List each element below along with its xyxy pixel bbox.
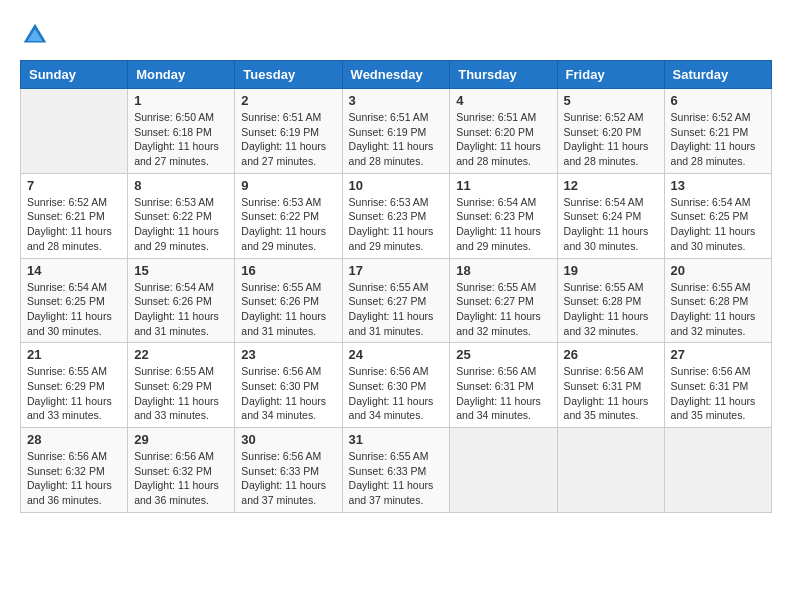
calendar-cell: 8Sunrise: 6:53 AMSunset: 6:22 PMDaylight…	[128, 173, 235, 258]
day-detail: Sunrise: 6:55 AMSunset: 6:29 PMDaylight:…	[27, 364, 121, 423]
day-number: 2	[241, 93, 335, 108]
day-detail: Sunrise: 6:55 AMSunset: 6:26 PMDaylight:…	[241, 280, 335, 339]
calendar-cell: 16Sunrise: 6:55 AMSunset: 6:26 PMDayligh…	[235, 258, 342, 343]
calendar-cell: 11Sunrise: 6:54 AMSunset: 6:23 PMDayligh…	[450, 173, 557, 258]
day-number: 13	[671, 178, 765, 193]
calendar-cell: 21Sunrise: 6:55 AMSunset: 6:29 PMDayligh…	[21, 343, 128, 428]
weekday-header-monday: Monday	[128, 61, 235, 89]
weekday-header-tuesday: Tuesday	[235, 61, 342, 89]
calendar-cell: 5Sunrise: 6:52 AMSunset: 6:20 PMDaylight…	[557, 89, 664, 174]
day-number: 5	[564, 93, 658, 108]
day-detail: Sunrise: 6:53 AMSunset: 6:22 PMDaylight:…	[134, 195, 228, 254]
calendar-row-1: 7Sunrise: 6:52 AMSunset: 6:21 PMDaylight…	[21, 173, 772, 258]
calendar-cell: 10Sunrise: 6:53 AMSunset: 6:23 PMDayligh…	[342, 173, 450, 258]
day-number: 16	[241, 263, 335, 278]
day-detail: Sunrise: 6:55 AMSunset: 6:27 PMDaylight:…	[349, 280, 444, 339]
day-number: 8	[134, 178, 228, 193]
day-number: 25	[456, 347, 550, 362]
day-detail: Sunrise: 6:52 AMSunset: 6:21 PMDaylight:…	[671, 110, 765, 169]
calendar-cell: 12Sunrise: 6:54 AMSunset: 6:24 PMDayligh…	[557, 173, 664, 258]
day-detail: Sunrise: 6:55 AMSunset: 6:28 PMDaylight:…	[671, 280, 765, 339]
calendar-table: SundayMondayTuesdayWednesdayThursdayFrid…	[20, 60, 772, 513]
weekday-header-row: SundayMondayTuesdayWednesdayThursdayFrid…	[21, 61, 772, 89]
calendar-cell: 28Sunrise: 6:56 AMSunset: 6:32 PMDayligh…	[21, 428, 128, 513]
day-detail: Sunrise: 6:55 AMSunset: 6:29 PMDaylight:…	[134, 364, 228, 423]
calendar-cell: 17Sunrise: 6:55 AMSunset: 6:27 PMDayligh…	[342, 258, 450, 343]
calendar-cell	[21, 89, 128, 174]
calendar-cell: 22Sunrise: 6:55 AMSunset: 6:29 PMDayligh…	[128, 343, 235, 428]
calendar-cell: 30Sunrise: 6:56 AMSunset: 6:33 PMDayligh…	[235, 428, 342, 513]
calendar-cell: 27Sunrise: 6:56 AMSunset: 6:31 PMDayligh…	[664, 343, 771, 428]
day-number: 21	[27, 347, 121, 362]
day-detail: Sunrise: 6:54 AMSunset: 6:25 PMDaylight:…	[27, 280, 121, 339]
weekday-header-saturday: Saturday	[664, 61, 771, 89]
day-detail: Sunrise: 6:56 AMSunset: 6:31 PMDaylight:…	[456, 364, 550, 423]
weekday-header-wednesday: Wednesday	[342, 61, 450, 89]
day-number: 11	[456, 178, 550, 193]
calendar-cell: 3Sunrise: 6:51 AMSunset: 6:19 PMDaylight…	[342, 89, 450, 174]
day-number: 27	[671, 347, 765, 362]
day-number: 14	[27, 263, 121, 278]
day-number: 18	[456, 263, 550, 278]
day-number: 10	[349, 178, 444, 193]
calendar-cell: 18Sunrise: 6:55 AMSunset: 6:27 PMDayligh…	[450, 258, 557, 343]
day-number: 19	[564, 263, 658, 278]
calendar-cell: 31Sunrise: 6:55 AMSunset: 6:33 PMDayligh…	[342, 428, 450, 513]
day-detail: Sunrise: 6:51 AMSunset: 6:19 PMDaylight:…	[241, 110, 335, 169]
day-detail: Sunrise: 6:54 AMSunset: 6:24 PMDaylight:…	[564, 195, 658, 254]
calendar-cell: 9Sunrise: 6:53 AMSunset: 6:22 PMDaylight…	[235, 173, 342, 258]
day-number: 4	[456, 93, 550, 108]
day-detail: Sunrise: 6:56 AMSunset: 6:30 PMDaylight:…	[241, 364, 335, 423]
logo	[20, 20, 56, 50]
day-detail: Sunrise: 6:54 AMSunset: 6:25 PMDaylight:…	[671, 195, 765, 254]
day-number: 31	[349, 432, 444, 447]
day-detail: Sunrise: 6:56 AMSunset: 6:33 PMDaylight:…	[241, 449, 335, 508]
calendar-cell	[557, 428, 664, 513]
calendar-cell: 7Sunrise: 6:52 AMSunset: 6:21 PMDaylight…	[21, 173, 128, 258]
day-detail: Sunrise: 6:54 AMSunset: 6:26 PMDaylight:…	[134, 280, 228, 339]
day-detail: Sunrise: 6:51 AMSunset: 6:19 PMDaylight:…	[349, 110, 444, 169]
calendar-cell: 19Sunrise: 6:55 AMSunset: 6:28 PMDayligh…	[557, 258, 664, 343]
calendar-cell: 24Sunrise: 6:56 AMSunset: 6:30 PMDayligh…	[342, 343, 450, 428]
calendar-row-0: 1Sunrise: 6:50 AMSunset: 6:18 PMDaylight…	[21, 89, 772, 174]
day-detail: Sunrise: 6:52 AMSunset: 6:20 PMDaylight:…	[564, 110, 658, 169]
day-number: 9	[241, 178, 335, 193]
day-number: 12	[564, 178, 658, 193]
day-detail: Sunrise: 6:50 AMSunset: 6:18 PMDaylight:…	[134, 110, 228, 169]
calendar-cell: 23Sunrise: 6:56 AMSunset: 6:30 PMDayligh…	[235, 343, 342, 428]
calendar-cell: 20Sunrise: 6:55 AMSunset: 6:28 PMDayligh…	[664, 258, 771, 343]
day-number: 26	[564, 347, 658, 362]
calendar-header: SundayMondayTuesdayWednesdayThursdayFrid…	[21, 61, 772, 89]
day-detail: Sunrise: 6:53 AMSunset: 6:22 PMDaylight:…	[241, 195, 335, 254]
day-number: 15	[134, 263, 228, 278]
day-detail: Sunrise: 6:55 AMSunset: 6:33 PMDaylight:…	[349, 449, 444, 508]
calendar-body: 1Sunrise: 6:50 AMSunset: 6:18 PMDaylight…	[21, 89, 772, 513]
calendar-cell: 25Sunrise: 6:56 AMSunset: 6:31 PMDayligh…	[450, 343, 557, 428]
day-number: 17	[349, 263, 444, 278]
calendar-row-4: 28Sunrise: 6:56 AMSunset: 6:32 PMDayligh…	[21, 428, 772, 513]
logo-icon	[20, 20, 50, 50]
day-number: 23	[241, 347, 335, 362]
calendar-cell: 6Sunrise: 6:52 AMSunset: 6:21 PMDaylight…	[664, 89, 771, 174]
calendar-cell: 29Sunrise: 6:56 AMSunset: 6:32 PMDayligh…	[128, 428, 235, 513]
day-number: 24	[349, 347, 444, 362]
day-number: 22	[134, 347, 228, 362]
day-number: 3	[349, 93, 444, 108]
day-number: 1	[134, 93, 228, 108]
day-number: 28	[27, 432, 121, 447]
weekday-header-sunday: Sunday	[21, 61, 128, 89]
calendar-cell	[664, 428, 771, 513]
weekday-header-thursday: Thursday	[450, 61, 557, 89]
calendar-cell: 2Sunrise: 6:51 AMSunset: 6:19 PMDaylight…	[235, 89, 342, 174]
day-detail: Sunrise: 6:56 AMSunset: 6:32 PMDaylight:…	[134, 449, 228, 508]
calendar-cell	[450, 428, 557, 513]
weekday-header-friday: Friday	[557, 61, 664, 89]
day-detail: Sunrise: 6:53 AMSunset: 6:23 PMDaylight:…	[349, 195, 444, 254]
calendar-cell: 14Sunrise: 6:54 AMSunset: 6:25 PMDayligh…	[21, 258, 128, 343]
day-number: 6	[671, 93, 765, 108]
day-number: 29	[134, 432, 228, 447]
day-detail: Sunrise: 6:56 AMSunset: 6:32 PMDaylight:…	[27, 449, 121, 508]
page-header	[20, 20, 772, 50]
day-detail: Sunrise: 6:56 AMSunset: 6:30 PMDaylight:…	[349, 364, 444, 423]
day-detail: Sunrise: 6:51 AMSunset: 6:20 PMDaylight:…	[456, 110, 550, 169]
